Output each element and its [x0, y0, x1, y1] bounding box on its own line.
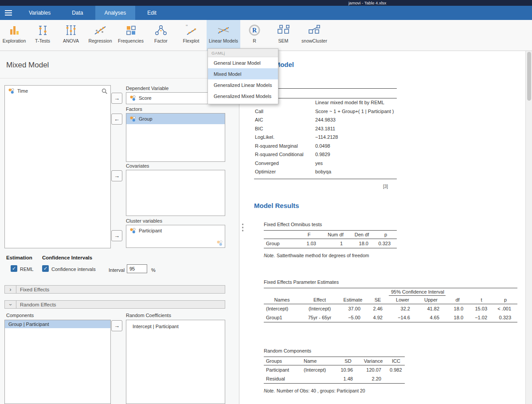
arrow-right-icon: → [114, 173, 120, 179]
cell: 18.0 [349, 239, 375, 248]
table-header-row: F Num df Den df p [264, 231, 397, 239]
arrow-right-icon: → [114, 322, 120, 329]
menu-item-mixed-model[interactable]: Mixed Model [208, 68, 278, 79]
info-label: AIC [254, 116, 315, 125]
tab-variables[interactable]: Variables [20, 6, 60, 20]
svg-text:'': '' [186, 24, 188, 30]
col-header: Name [301, 357, 337, 365]
tab-data[interactable]: Data [63, 6, 92, 20]
col-header: SD [337, 357, 359, 365]
analysis-title: Mixed Model [6, 61, 49, 70]
move-covariate-button[interactable]: → [111, 170, 122, 181]
table-row: Participant (Intercept) 10.96 120.07 0.9… [264, 365, 405, 375]
table-row: BIC243.1811 [254, 125, 397, 133]
toolbar-item-snowcluster[interactable]: snowCluster [298, 20, 331, 51]
variable-item-group[interactable]: Group [126, 114, 225, 124]
col-header [264, 231, 296, 239]
variable-item-participant[interactable]: Participant [126, 225, 225, 236]
variable-item-time[interactable]: Time [5, 86, 110, 96]
variable-label: Score [139, 95, 152, 101]
spacer [264, 288, 389, 296]
toolbar-item-exploration[interactable]: Exploration [0, 20, 28, 51]
cell: (Intercept) [301, 365, 337, 375]
coefficient-item-intercept-participant[interactable]: Intercept | Participant [126, 320, 225, 333]
spacer [446, 288, 517, 296]
cell: 0.323 [493, 313, 517, 322]
scrollbar-thumb[interactable] [527, 52, 531, 101]
cell: 0.323 [375, 239, 397, 248]
results-scrollbar[interactable] [525, 51, 532, 404]
search-icon[interactable] [102, 88, 108, 96]
cell: 1.03 [296, 239, 322, 248]
random-effects-section-header[interactable]: › Random Effects [4, 300, 225, 309]
covariates-box[interactable] [126, 170, 225, 216]
interval-label: Interval [109, 267, 125, 273]
table-row: (Intercept) (Intercept) 37.00 2.46 32.2 … [264, 304, 517, 314]
move-cluster-button[interactable]: → [111, 230, 122, 241]
parameter-estimates-section: Fixed Effects Parameter Estimates 95% Co… [264, 279, 517, 322]
section-label: Random Effects [16, 302, 56, 307]
cell: −5.00 [339, 313, 367, 322]
info-label: R-squared Marginal [254, 142, 315, 151]
splitter-handle-icon [242, 224, 243, 231]
toolbar-item-regression[interactable]: Regression [85, 20, 115, 51]
cell: 1.48 [337, 374, 359, 384]
toolbar-item-linear-models[interactable]: Linear Models [207, 20, 240, 51]
move-dependent-button[interactable]: → [111, 93, 122, 104]
component-label: Group | Participant [8, 322, 49, 327]
move-factor-button[interactable]: ← [111, 114, 122, 125]
svg-text:R: R [252, 27, 257, 34]
confidence-intervals-checkbox[interactable]: ✓ [42, 265, 49, 272]
toolbar-item-frequencies[interactable]: Frequencies [115, 20, 146, 51]
model-results-heading: Model Results [254, 202, 299, 209]
table-row: LogLikel.−114.2128 [254, 133, 397, 142]
t-test-icon [35, 23, 50, 37]
table-row: Group1 75yr - 65yr −5.00 4.92 −14.6 4.65… [264, 313, 517, 322]
menu-item-general-linear-model[interactable]: General Linear Model [208, 57, 278, 68]
confidence-intervals-label[interactable]: Confidence intervals [51, 267, 96, 272]
window-title: jamovi - Table 4.xlsx [348, 0, 386, 5]
info-label: Converged [254, 159, 315, 168]
interval-input[interactable] [127, 264, 147, 273]
cell: Participant [264, 365, 301, 375]
tab-edit[interactable]: Edit [138, 6, 166, 20]
table-title: Fixed Effect Omnibus tests [264, 222, 397, 227]
source-variables-list[interactable]: Time [4, 85, 111, 248]
fixed-effects-section-header[interactable]: › Fixed Effects [4, 285, 225, 294]
toolbar-item-factor[interactable]: Factor [146, 20, 176, 51]
table-note: Note.Number of Obs: 40 , groups: Partici… [264, 388, 405, 393]
cell: 37.00 [339, 304, 367, 314]
arrow-right-icon: → [114, 232, 120, 239]
jamovi-window: jamovi - Table 4.xlsx Variables Data Ana… [0, 0, 532, 404]
factors-box[interactable]: Group [126, 113, 225, 162]
info-value: 0.0498 [315, 142, 397, 151]
menu-item-generalized-mixed-models[interactable]: Generalized Mixed Models [208, 90, 278, 102]
cluster-variables-box[interactable]: Participant [126, 225, 225, 248]
menu-item-generalized-linear-models[interactable]: Generalized Linear Models [208, 79, 278, 90]
random-coefficients-list[interactable]: Intercept | Participant [126, 320, 225, 404]
reml-label[interactable]: REML [20, 267, 34, 272]
components-list[interactable]: Group | Participant [4, 320, 111, 404]
components-item-group-participant[interactable]: Group | Participant [5, 320, 110, 328]
col-header: t [469, 296, 493, 304]
toolbar-item-flexplot[interactable]: '' Flexplot [176, 20, 207, 51]
chevron-down-icon: › [5, 301, 16, 308]
cell: 18.0 [446, 313, 469, 322]
cell: 18.0 [446, 304, 469, 314]
toolbar-item-r[interactable]: R R [240, 20, 269, 51]
toolbar-item-sem[interactable]: SEM [269, 20, 298, 51]
toolbar-item-ttests[interactable]: T-Tests [28, 20, 57, 51]
reml-checkbox[interactable]: ✓ [11, 265, 17, 272]
flexplot-icon: '' [184, 23, 199, 37]
cell: 120.07 [359, 365, 387, 375]
toolbar-item-anova[interactable]: ANOVA [57, 20, 85, 51]
hamburger-menu-button[interactable] [0, 6, 17, 20]
cell: 0.982 [387, 365, 405, 375]
table-row: CallScore ~ 1 + Group+( 1 | Participant … [254, 107, 397, 116]
mixed-model-options-panel: Mixed Model Time Dependent Variable Scor… [0, 51, 239, 404]
snowcluster-icon [307, 23, 322, 37]
table-row: Optimizerbobyqa [254, 168, 397, 177]
add-random-coefficient-button[interactable]: → [111, 320, 122, 331]
tab-analyses[interactable]: Analyses [95, 6, 136, 20]
dependent-variable-label: Dependent Variable [126, 86, 168, 91]
